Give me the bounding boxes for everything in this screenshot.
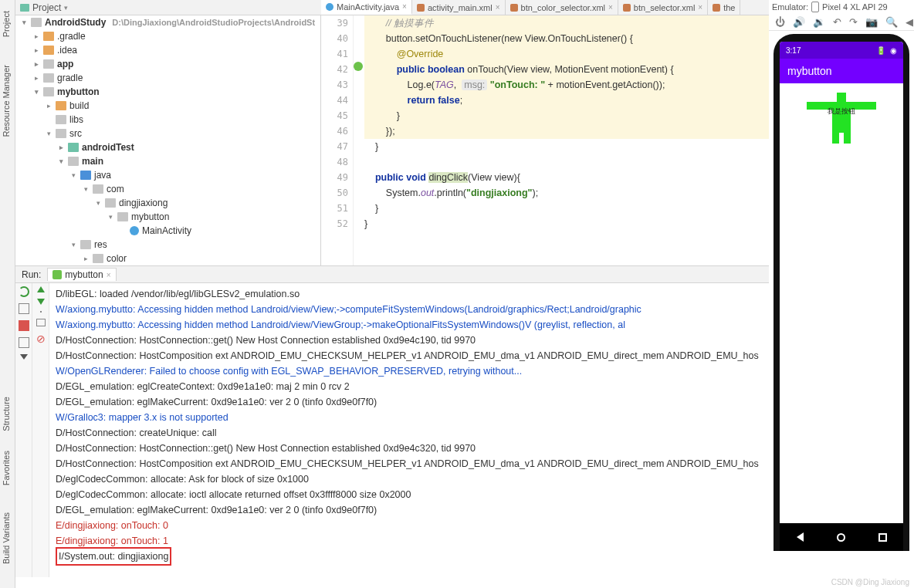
tab-label: btn_selector.xml [634,3,695,12]
tree-label: mybutton [131,211,169,222]
log-line: E/dingjiaxiong: onTouch: 1 [56,533,763,549]
tree-main[interactable]: ▾main [15,154,320,168]
status-time: 3:17 [786,46,801,55]
code-area[interactable]: // 触摸事件 button.setOnTouchListener(new Vi… [364,15,784,265]
tab-build-variants[interactable]: Build Variants [0,509,12,567]
folder-icon [68,157,79,166]
tree-app[interactable]: ▸app [15,57,320,71]
phone-screen[interactable]: 3:17 🔋 ◉ mybutton 我是按钮 [780,42,903,551]
tab-btn-color-selector[interactable]: btn_color_selector.xml× [506,0,618,15]
folder-icon [31,18,42,27]
nav-home-icon[interactable] [837,533,845,542]
device-icon [811,2,819,12]
code-text: } [375,141,378,152]
tree-res[interactable]: ▾res [15,238,320,252]
folder-icon [43,73,54,83]
tree-mainactivity-file[interactable]: MainActivity [15,224,320,238]
close-icon[interactable]: × [402,2,407,11]
chevron-down-icon[interactable]: ▾ [64,4,68,12]
tab-label: btn_color_selector.xml [521,3,605,12]
tab-mainactivity[interactable]: MainActivity.java× [321,0,412,15]
log-line: D/HostConnection: HostConnection::get() … [56,441,763,456]
print-icon[interactable] [36,319,46,326]
log-line: D/EGL_emulation: eglMakeCurrent: 0xd9e1a… [56,502,763,518]
override-gutter-icon[interactable] [354,62,363,71]
volume-up-icon[interactable]: 🔊 [793,16,805,28]
run-tool-column-1 [15,283,32,577]
tree-gradle[interactable]: ▸.gradle [15,29,320,43]
tree-idea[interactable]: ▸.idea [15,43,320,57]
tree-com[interactable]: ▾com [15,182,320,196]
run-config-tab[interactable]: mybutton × [47,268,116,281]
nav-overview-icon[interactable] [878,533,887,542]
volume-down-icon[interactable]: 🔉 [813,16,825,28]
run-config-icon [52,270,62,279]
log-line: D/HostConnection: HostConnection::get() … [56,333,763,348]
zoom-in-icon[interactable]: 🔍 [885,16,898,28]
tree-color[interactable]: ▸color [15,252,320,265]
tab-project[interactable]: Project [0,8,12,40]
rerun-icon[interactable] [19,286,29,297]
folder-icon [56,101,66,110]
tree-root[interactable]: ▾AndroidStudyD:\DingJiaxiong\AndroidStud… [15,15,320,29]
scroll-to-end-icon[interactable] [37,299,45,305]
tree-label: mybutton [57,86,100,97]
code-text: } [375,203,378,214]
tree-libs[interactable]: libs [15,113,320,127]
tab-resource-manager[interactable]: Resource Manager [0,62,12,140]
folder-icon [56,115,66,124]
emulator-device[interactable]: Pixel 4 XL API 29 [822,2,888,12]
tab-the[interactable]: the [708,0,740,15]
filter-icon[interactable] [20,354,28,360]
attach-debugger-icon[interactable] [19,303,29,314]
scroll-to-top-icon[interactable] [37,286,45,292]
stop-icon[interactable] [19,320,29,331]
emulator-pane: Emulator: Pixel 4 XL API 29 ⏻ 🔊 🔉 ↶ ↷ 📷 … [769,0,914,588]
tab-structure[interactable]: Structure [0,394,12,434]
soft-wrap-icon[interactable] [40,311,42,313]
xml-file-icon [510,4,518,12]
gutter-marks [354,15,364,265]
battery-icon: 🔋 [876,46,885,55]
code-text: out [421,188,434,198]
tree-gradle2[interactable]: ▸gradle [15,71,320,85]
log-line: D/eglCodecCommon: allocate: Ask for bloc… [56,471,763,487]
tree-mybutton-pkg[interactable]: ▾mybutton [15,210,320,224]
tree-build[interactable]: ▸build [15,99,320,113]
console-output[interactable]: D/libEGL: loaded /vendor/lib/egl/libGLES… [49,283,769,577]
app-body[interactable]: 我是按钮 [780,83,903,523]
close-icon[interactable]: × [107,271,111,279]
close-icon[interactable]: × [496,3,500,12]
tree-label: MainActivity [142,225,191,236]
code-text: ); [533,188,539,198]
code-editor[interactable]: 3940414243444546474849505152 // 触摸事件 but… [321,15,784,265]
tab-btn-selector[interactable]: btn_selector.xml× [618,0,708,15]
tree-label: AndroidStudy [45,17,106,28]
close-icon[interactable]: × [608,3,613,12]
tab-activity-main[interactable]: activity_main.xml× [412,0,506,15]
back-icon[interactable]: ◀ [906,16,913,28]
tree-java[interactable]: ▾java [15,168,320,182]
project-view-label[interactable]: Project [32,2,61,13]
project-tree[interactable]: ▾AndroidStudyD:\DingJiaxiong\AndroidStud… [15,15,321,265]
code-text: // 触摸事件 [386,18,434,29]
tree-dingjiaxiong[interactable]: ▾dingjiaxiong [15,196,320,210]
screenshot-icon[interactable]: 📷 [865,16,878,28]
close-icon[interactable]: × [698,3,702,12]
nav-back-icon[interactable] [797,532,804,542]
clear-all-icon[interactable]: ⊘ [36,333,46,345]
code-text: } [364,218,367,229]
android-nav-bar [780,523,903,551]
rotate-left-icon[interactable]: ↶ [833,16,841,28]
code-text: "onTouch: " [490,79,545,90]
tree-mybutton[interactable]: ▾mybutton [15,85,320,99]
tree-src[interactable]: ▾src [15,127,320,140]
tree-androidtest[interactable]: ▸androidTest [15,140,320,154]
code-text: + motionEvent.getAction()); [545,79,665,90]
emulator-title: Emulator: [772,2,808,12]
tab-favorites[interactable]: Favorites [0,448,12,488]
layout-icon[interactable] [19,337,29,348]
rotate-right-icon[interactable]: ↷ [849,16,858,28]
custom-button[interactable]: 我是按钮 [807,93,876,144]
power-icon[interactable]: ⏻ [775,16,785,28]
